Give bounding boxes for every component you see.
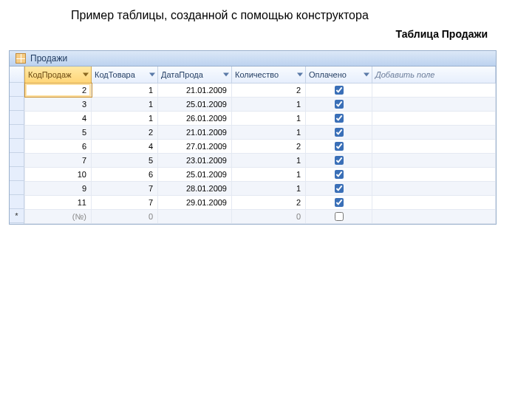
cell-date[interactable]: 27.01.2009	[158, 139, 232, 153]
cell-paid[interactable]	[306, 83, 372, 97]
cell-paid[interactable]	[306, 195, 372, 209]
cell-paid[interactable]	[306, 209, 372, 223]
col-header-label: Оплачено	[309, 70, 347, 79]
col-header-prod[interactable]: КодТовара	[92, 66, 158, 83]
cell-qty[interactable]: 0	[232, 209, 306, 223]
table-row[interactable]: 5221.01.20091	[25, 125, 496, 139]
cell-qty[interactable]: 1	[232, 181, 306, 195]
cell-empty[interactable]	[372, 181, 496, 195]
cell-prod[interactable]: 1	[92, 97, 158, 111]
cell-id[interactable]: 2	[25, 83, 92, 97]
cell-prod[interactable]: 5	[92, 153, 158, 167]
row-selector[interactable]	[10, 139, 24, 153]
paid-checkbox[interactable]	[335, 128, 344, 137]
cell-prod[interactable]: 7	[92, 195, 158, 209]
cell-paid[interactable]	[306, 111, 372, 125]
data-grid: КодПродаж КодТовара ДатаПрода Колич	[24, 66, 496, 224]
paid-checkbox[interactable]	[335, 86, 344, 95]
table-row[interactable]: 7523.01.20091	[25, 153, 496, 167]
table-row[interactable]: 11729.01.20092	[25, 195, 496, 209]
tab-bar[interactable]: Продажи	[10, 51, 496, 66]
cell-id[interactable]: (№)	[25, 209, 92, 223]
cell-qty[interactable]: 2	[232, 83, 306, 97]
paid-checkbox[interactable]	[335, 184, 344, 193]
cell-id[interactable]: 6	[25, 139, 92, 153]
cell-paid[interactable]	[306, 181, 372, 195]
row-selector[interactable]	[10, 181, 24, 195]
row-selector[interactable]	[10, 167, 24, 181]
cell-date[interactable]: 26.01.2009	[158, 111, 232, 125]
row-selector[interactable]	[10, 195, 24, 209]
cell-date[interactable]: 25.01.2009	[158, 167, 232, 181]
new-row[interactable]: (№)00	[25, 209, 496, 223]
cell-empty[interactable]	[372, 195, 496, 209]
table-row[interactable]: 4126.01.20091	[25, 111, 496, 125]
paid-checkbox[interactable]	[335, 198, 344, 207]
paid-checkbox[interactable]	[335, 142, 344, 151]
cell-id[interactable]: 7	[25, 153, 92, 167]
row-selector[interactable]	[10, 125, 24, 139]
cell-prod[interactable]: 7	[92, 181, 158, 195]
col-header-qty[interactable]: Количество	[232, 66, 306, 83]
cell-date[interactable]: 29.01.2009	[158, 195, 232, 209]
paid-checkbox[interactable]	[335, 100, 344, 109]
table-row[interactable]: 9728.01.20091	[25, 181, 496, 195]
cell-empty[interactable]	[372, 97, 496, 111]
cell-id[interactable]: 10	[25, 167, 92, 181]
cell-paid[interactable]	[306, 153, 372, 167]
table-row[interactable]: 6427.01.20092	[25, 139, 496, 153]
cell-id[interactable]: 9	[25, 181, 92, 195]
paid-checkbox[interactable]	[335, 170, 344, 179]
cell-date[interactable]	[158, 209, 232, 223]
paid-checkbox[interactable]	[335, 114, 344, 123]
cell-prod[interactable]: 4	[92, 139, 158, 153]
cell-qty[interactable]: 1	[232, 153, 306, 167]
cell-date[interactable]: 21.01.2009	[158, 125, 232, 139]
cell-paid[interactable]	[306, 125, 372, 139]
cell-qty[interactable]: 1	[232, 167, 306, 181]
table-row[interactable]: 10625.01.20091	[25, 167, 496, 181]
table-row[interactable]: 2121.01.20092	[25, 83, 496, 97]
cell-empty[interactable]	[372, 167, 496, 181]
row-selector[interactable]	[10, 111, 24, 125]
cell-empty[interactable]	[372, 153, 496, 167]
cell-date[interactable]: 25.01.2009	[158, 97, 232, 111]
cell-prod[interactable]: 1	[92, 83, 158, 97]
row-selector[interactable]	[10, 153, 24, 167]
cell-empty[interactable]	[372, 83, 496, 97]
col-header-add-field[interactable]: Добавить поле	[372, 66, 496, 83]
cell-empty[interactable]	[372, 139, 496, 153]
cell-paid[interactable]	[306, 167, 372, 181]
cell-date[interactable]: 23.01.2009	[158, 153, 232, 167]
paid-checkbox[interactable]	[335, 212, 344, 221]
cell-id[interactable]: 3	[25, 97, 92, 111]
row-selector[interactable]	[10, 83, 24, 97]
cell-date[interactable]: 28.01.2009	[158, 181, 232, 195]
cell-prod[interactable]: 2	[92, 125, 158, 139]
cell-qty[interactable]: 2	[232, 139, 306, 153]
cell-empty[interactable]	[372, 209, 496, 223]
cell-id[interactable]: 4	[25, 111, 92, 125]
table-row[interactable]: 3125.01.20091	[25, 97, 496, 111]
col-header-date[interactable]: ДатаПрода	[158, 66, 232, 83]
cell-qty[interactable]: 2	[232, 195, 306, 209]
cell-id[interactable]: 11	[25, 195, 92, 209]
cell-qty[interactable]: 1	[232, 97, 306, 111]
cell-paid[interactable]	[306, 139, 372, 153]
paid-checkbox[interactable]	[335, 156, 344, 165]
cell-id[interactable]: 5	[25, 125, 92, 139]
cell-prod[interactable]: 0	[92, 209, 158, 223]
row-selector-new[interactable]: *	[10, 209, 24, 223]
cell-qty[interactable]: 1	[232, 125, 306, 139]
col-header-id[interactable]: КодПродаж	[25, 66, 92, 83]
cell-prod[interactable]: 1	[92, 111, 158, 125]
cell-empty[interactable]	[372, 111, 496, 125]
cell-paid[interactable]	[306, 97, 372, 111]
select-all-cell[interactable]	[10, 66, 24, 83]
cell-qty[interactable]: 1	[232, 111, 306, 125]
row-selector[interactable]	[10, 97, 24, 111]
cell-date[interactable]: 21.01.2009	[158, 83, 232, 97]
cell-empty[interactable]	[372, 125, 496, 139]
col-header-paid[interactable]: Оплачено	[306, 66, 372, 83]
cell-prod[interactable]: 6	[92, 167, 158, 181]
